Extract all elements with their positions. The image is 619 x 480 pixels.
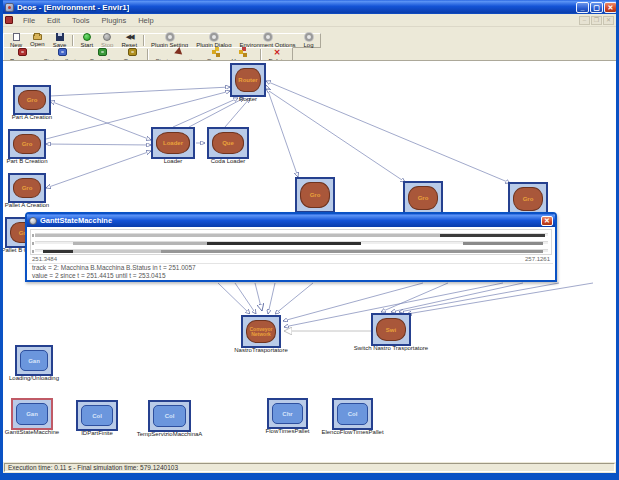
connection-line: [266, 81, 510, 183]
gauge-icon: [128, 48, 137, 56]
node-label: FlowTimesPallet: [266, 428, 310, 434]
components-toolbar: Resource Stats collector Controller Gaug…: [3, 42, 293, 60]
node-gro-machine-3[interactable]: Gro: [508, 182, 548, 216]
mdi-restore-icon[interactable]: ❐: [591, 16, 602, 25]
gear-icon: [210, 33, 218, 41]
menu-tools[interactable]: Tools: [66, 16, 96, 25]
delete-icon: ✕: [274, 48, 281, 57]
node-label: ElencoFlowTimesPallet: [321, 429, 383, 435]
node-loading-unloading[interactable]: GanLoading/Unloading: [15, 345, 53, 376]
gantt-bar-segment: [43, 250, 74, 253]
app-icon: [5, 3, 14, 12]
node-part-a-creation[interactable]: GroPart A Creation: [13, 85, 51, 115]
node-shape: Col: [337, 403, 368, 425]
connection-line: [189, 98, 244, 127]
menu-edit[interactable]: Edit: [41, 16, 66, 25]
group-icon: [212, 50, 216, 54]
connection-line: [266, 85, 298, 177]
gear-icon: [305, 33, 313, 41]
connection-line: [381, 283, 448, 312]
node-idpartfinite[interactable]: ColIDPartFinite: [76, 400, 118, 431]
stats-collector-icon: [58, 48, 67, 56]
node-shape: Gan: [16, 403, 48, 425]
gantt-bar-segment: [73, 250, 160, 253]
node-shape: Col: [81, 405, 113, 426]
mdi-minimize-icon[interactable]: –: [579, 16, 590, 25]
gantt-track-1: [35, 233, 548, 236]
connection-line: [255, 283, 262, 311]
node-label: Pallet A Creation: [5, 202, 49, 208]
connection-line: [50, 87, 230, 96]
new-document-icon: [13, 33, 20, 41]
node-pallet-a-creation[interactable]: GroPallet A Creation: [8, 173, 46, 203]
diagram-canvas[interactable]: GroPart A Creation GroPart B Creation Gr…: [3, 60, 616, 462]
node-gro-machine-2[interactable]: Gro: [403, 181, 443, 215]
log-button[interactable]: Log: [300, 34, 318, 47]
node-label: Loader: [164, 158, 183, 164]
connection-line: [266, 89, 405, 182]
status-bar: Execution time: 0.11 s - Final simulatio…: [3, 462, 616, 473]
maximize-button[interactable]: ▢: [590, 2, 603, 13]
node-part-b-creation[interactable]: GroPart B Creation: [8, 129, 46, 159]
node-shape: Gan: [20, 350, 48, 371]
node-ganttstatemacchine[interactable]: GanGanttStateMacchine: [11, 398, 53, 430]
node-gro-machine-1[interactable]: Gro: [295, 177, 335, 213]
reset-icon: ◀◀: [126, 33, 133, 41]
node-shape: Router: [235, 68, 261, 92]
node-shape: Swi: [376, 318, 406, 341]
gantt-info-line-1: track = 2: Macchina B.Macchina B.Status …: [29, 264, 553, 272]
gear-icon: [264, 33, 272, 41]
node-loader[interactable]: LoaderLoader: [151, 127, 195, 159]
node-label: Part A Creation: [12, 114, 52, 120]
node-label: Coda Loader: [211, 158, 246, 164]
main-toolbar: New Open Save Start Stop ◀◀Reset Plugin …: [3, 27, 321, 42]
node-label: Part B Creation: [6, 158, 47, 164]
node-shape: Gro: [13, 134, 41, 154]
menu-plugins[interactable]: Plugins: [96, 16, 133, 25]
status-text: Execution time: 0.11 s - Final simulatio…: [4, 463, 615, 472]
connection-line: [268, 283, 275, 314]
open-folder-icon: [33, 34, 42, 40]
titlebar[interactable]: Deos - [Environment - Envir1] _ ▢ ✕: [0, 0, 619, 14]
connection-line: [399, 283, 559, 312]
gantt-bar-segment: [35, 234, 440, 237]
node-label: Switch Nastro Trasportatore: [354, 345, 428, 351]
menu-file[interactable]: File: [17, 16, 41, 25]
mdi-window-controls: – ❐ ✕: [579, 16, 614, 25]
ungroup-icon: [239, 50, 243, 54]
gantt-chart: [30, 229, 552, 255]
node-shape: Gro: [300, 182, 330, 208]
node-coda-loader[interactable]: QueCoda Loader: [207, 127, 249, 159]
gantt-track-3: [35, 249, 548, 252]
gantt-window[interactable]: GanttStateMacchine ✕ 251.3484 257.1261 t…: [25, 212, 557, 282]
node-switch-nastro-trasportatore[interactable]: SwiSwitch Nastro Trasportatore: [371, 313, 411, 346]
mdi-close-icon[interactable]: ✕: [603, 16, 614, 25]
node-tempserviziomacchinaa[interactable]: ColTempServizioMacchinaA: [148, 400, 191, 432]
node-shape: Gro: [513, 187, 543, 211]
connection-line: [46, 91, 230, 139]
gantt-bar-segment: [161, 250, 543, 253]
node-shape: Gro: [18, 90, 46, 110]
node-elencoflowtimespallet[interactable]: ColElencoFlowTimesPallet: [332, 398, 373, 430]
minimize-button[interactable]: _: [576, 2, 589, 13]
node-shape: Col: [153, 405, 186, 427]
gantt-client-area: 251.3484 257.1261 track = 2: Macchina B.…: [28, 227, 554, 279]
application-window: Deos - [Environment - Envir1] _ ▢ ✕ File…: [0, 0, 619, 480]
start-connection-icon: [172, 47, 181, 57]
gantt-titlebar[interactable]: GanttStateMacchine ✕: [27, 214, 555, 227]
node-nastro-trasportatore[interactable]: Conveyor NetworkNastroTrasportatore: [241, 315, 281, 348]
connection-line: [46, 151, 151, 188]
gantt-bar-segment: [463, 242, 543, 245]
node-shape: Conveyor Network: [246, 320, 276, 343]
connection-line: [275, 283, 313, 314]
node-label: NastroTrasportatore: [234, 347, 287, 353]
gantt-close-button[interactable]: ✕: [541, 216, 553, 226]
node-label: Router: [239, 96, 257, 102]
node-flowtimespallet[interactable]: ChrFlowTimesPallet: [267, 398, 308, 429]
close-button[interactable]: ✕: [604, 2, 617, 13]
menu-help[interactable]: Help: [132, 16, 159, 25]
connection-line: [46, 144, 151, 145]
node-shape: Que: [212, 132, 244, 154]
node-router[interactable]: RouterRouter: [230, 63, 266, 97]
gantt-window-icon: [29, 217, 37, 225]
